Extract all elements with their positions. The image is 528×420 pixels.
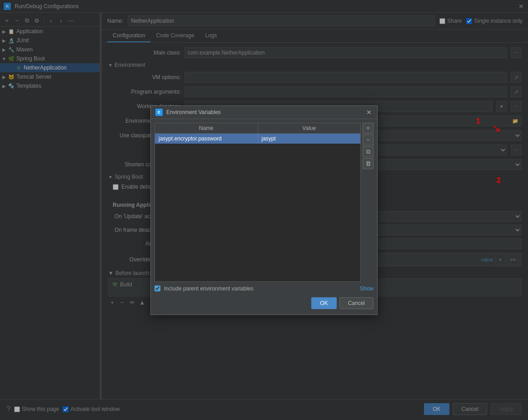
dialog-copy-button[interactable]: ⧉ xyxy=(363,146,374,157)
dialog-cancel-button[interactable]: Cancel xyxy=(339,297,374,309)
dialog-table-header: Name Value xyxy=(155,123,360,134)
dialog-overlay: E Environment Variables ✕ Name Value jas… xyxy=(0,0,528,420)
dialog-body: Name Value jasypt.encryptor.password jas… xyxy=(151,119,377,315)
col-value-header: Value xyxy=(258,123,361,133)
include-parent-checkbox[interactable] xyxy=(154,285,160,291)
dialog-close-button[interactable]: ✕ xyxy=(365,109,373,116)
dialog-add-button[interactable]: + xyxy=(363,123,374,134)
col-name-header: Name xyxy=(155,123,258,133)
dialog-side-buttons: + − ⧉ 🗑 xyxy=(363,123,374,282)
dialog-btn-row: OK Cancel xyxy=(154,295,374,311)
dialog-table-area: Name Value jasypt.encryptor.password jas… xyxy=(154,123,374,282)
dialog-title-bar: E Environment Variables ✕ xyxy=(151,106,377,119)
dialog-ok-button[interactable]: OK xyxy=(311,297,336,309)
dialog-delete-button[interactable]: 🗑 xyxy=(363,158,374,169)
dialog-remove-button[interactable]: − xyxy=(363,135,374,145)
dialog-title-text: Environment Variables xyxy=(166,109,362,115)
include-parent-label: Include parent environment variables xyxy=(164,285,254,292)
dialog-table-cell-name: jasypt.encryptor.password xyxy=(155,134,258,144)
dialog-footer-row: Include parent environment variables Sho… xyxy=(154,285,374,292)
dialog-table: Name Value jasypt.encryptor.password jas… xyxy=(154,123,361,282)
dialog-table-cell-value: jasypt xyxy=(258,134,361,144)
show-link[interactable]: Show xyxy=(360,285,374,292)
environment-variables-dialog: E Environment Variables ✕ Name Value jas… xyxy=(150,105,378,315)
dialog-table-row[interactable]: jasypt.encryptor.password jasypt xyxy=(155,134,360,144)
dialog-icon: E xyxy=(155,109,163,116)
